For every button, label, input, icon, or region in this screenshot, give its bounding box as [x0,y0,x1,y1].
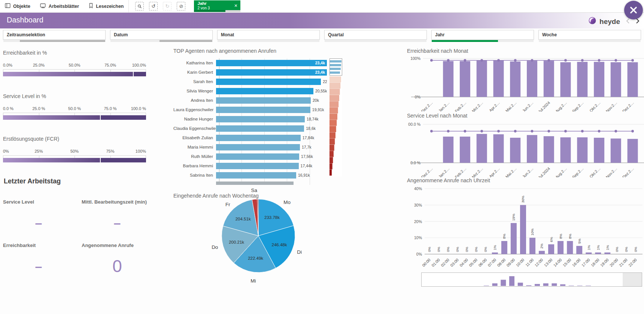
svg-text:Nov.2…: Nov.2… [605,100,618,112]
step-forward-icon[interactable]: ↻ [163,2,171,10]
svg-text:0%: 0% [624,247,628,252]
filter-scrollbar[interactable] [218,40,319,42]
kpi-label: Service Level [3,199,74,205]
svg-text:14:00: 14:00 [552,257,562,268]
bar-row[interactable]: Laura Eggenschwiler19,91k [173,105,327,115]
bar[interactable] [216,79,321,85]
bar[interactable] [216,107,310,113]
gauge-fcr[interactable]: Erstlösungsquote (FCR)0%25%50%75%100% [3,136,146,162]
filter-monat[interactable]: Monat [217,30,320,40]
selection-remove-icon[interactable]: ✕ [234,3,237,8]
bar-chart-top-agents[interactable]: Katharina Iten23,4kKarin Gerbert23,4kSar… [173,58,327,185]
gauge-title: Erreichbarkeit in % [3,50,146,56]
filter-jahr[interactable]: Jahr [431,30,534,40]
chart-navigator[interactable] [421,272,642,289]
line-marker [430,130,433,132]
gauge-service-level[interactable]: Service Level in %0.0 %25.0 %50.0 %75.0 … [3,93,146,120]
axis-tick-label: 75.0 % [104,106,116,111]
svg-text:Aug.2…: Aug.2… [555,100,568,112]
combo-chart-erreichbarkeit-monat[interactable]: 100%0%Dez.2…Jan.2…Feb.2…Mrz.2…Apr.2…Mai.… [408,55,644,113]
filter-scrollbar[interactable] [432,40,534,42]
bar-row[interactable]: Andrea Iten20k [173,96,327,105]
bar-row[interactable]: Maria Hemmi17,7k [173,143,327,152]
svg-text:12:00: 12:00 [534,257,544,268]
kpi-bearbeitungszeit[interactable]: Mittl. Bearbeitungszeit (min) – [82,199,153,232]
bar[interactable] [216,144,300,150]
filter-scrollbar[interactable] [110,40,212,42]
gauge-bar[interactable] [3,115,146,120]
prev-sheet-icon[interactable] [626,18,630,25]
kpi-label: Angenommene Anrufe [82,243,153,248]
selection-status: 2 von 3 [194,6,240,10]
bar-row[interactable]: Elisabeth Zulian17,84k [173,133,327,143]
svg-text:Mai.2…: Mai.2… [505,166,517,177]
bar [493,60,504,97]
svg-text:Mrz.2…: Mrz.2… [471,100,484,112]
bar-row[interactable]: Karin Gerbert23,4k [173,68,327,77]
brand-name: heyde [599,18,620,26]
bar-category-label: Maria Hemmi [173,143,216,152]
bar [492,253,498,254]
gauge-erreichbarkeit[interactable]: Erreichbarkeit in %0.0%25.0%50.0%75.0%10… [3,50,146,76]
axis-tick-label: 50.0 % [68,106,81,111]
kpi-angenommene-anrufe[interactable]: Angenommene Anrufe 0 [82,243,153,276]
bar[interactable] [216,125,304,132]
pie-value-label: 246.48k [272,243,287,247]
filter-scrollbar[interactable] [3,40,105,42]
bar-row[interactable]: Katharina Iten23,4k [173,58,327,68]
filter-quartal[interactable]: Quartal [324,30,427,40]
svg-text:0%: 0% [416,252,422,256]
bar [558,241,564,254]
bar[interactable]: 23,4k [216,69,327,76]
svg-text:20:00: 20:00 [609,257,619,268]
combo-chart-service-level-monat[interactable]: 100.0 %0.0 %Dez.2…Jan.2…Feb.2…Mrz.2…Apr.… [408,121,644,179]
bar[interactable] [216,153,299,160]
smart-search-icon[interactable] [135,2,144,10]
scrollbar-minimap[interactable] [329,58,342,178]
selection-chip[interactable]: Jahr 2 von 3 ✕ [194,0,240,12]
bar [577,62,587,97]
pie-category-label: Sa [251,188,258,193]
pie-chart-wochentag[interactable]: 233.78kMo246.48kDi222.49kMi200.21kDo204.… [204,183,328,314]
bar-row[interactable]: Nadine Hunger18,74k [173,115,327,124]
bar-row[interactable]: Silvia Wenger20,55k [173,86,327,96]
kpi-erreichbarkeit[interactable]: Erreichbarkeit – [3,243,74,276]
bar[interactable] [216,135,301,141]
line-marker [631,59,634,62]
bar-value-label: 17,44k [299,163,313,169]
bar[interactable]: 23,4k [216,60,327,66]
bar-row[interactable]: Claudia Eggenschwiler18,6k [173,124,327,133]
close-button[interactable] [624,1,643,19]
gauge-bar[interactable] [3,158,146,162]
kpi-service-level[interactable]: Service Level – [3,199,74,232]
bar[interactable] [216,97,311,104]
navigator-bar [526,285,531,286]
filter-woche[interactable]: Woche [538,30,641,40]
bar[interactable] [216,116,305,122]
pie-value-label: 204.51k [236,217,251,221]
filter-scrollbar[interactable] [325,40,426,42]
clear-selections-icon[interactable]: ⊘ [177,2,185,10]
svg-text:06:00: 06:00 [477,257,487,268]
filter-scrollbar[interactable] [539,40,641,42]
svg-text:5%: 5% [577,238,581,244]
bar-row[interactable]: Sarah Iten22,15k [173,77,327,86]
gauge-bar[interactable] [3,72,146,76]
bar-row[interactable]: Barbara Hemmi17,44k [173,161,327,171]
bar-row[interactable]: Sabrina Iten16,91k [173,171,327,180]
bookmarks-button[interactable]: Lesezeichen [84,0,128,12]
bar-row[interactable]: Ruth Müller17,56k [173,152,327,161]
bar[interactable] [216,88,313,94]
svg-text:1%: 1% [596,245,600,250]
filter-datum[interactable]: Datum [110,30,213,40]
pie-category-label: Do [212,244,218,250]
bar[interactable] [216,172,296,179]
bar[interactable] [216,163,299,169]
svg-text:20%: 20% [414,219,422,224]
column-chart-anrufe-uhrzeit[interactable]: 0%10%20%30%40%0%0%0%0%0%0%0%1%8%19%30%10… [408,185,644,275]
filter-zeitraumselektion[interactable]: Zeitraumselektion [3,30,106,40]
step-back-icon[interactable]: ↺ [149,2,158,10]
objects-button[interactable]: Objekte [0,0,35,12]
sheets-button[interactable]: Arbeitsblätter [35,0,84,12]
toolbar-divider [128,0,129,12]
